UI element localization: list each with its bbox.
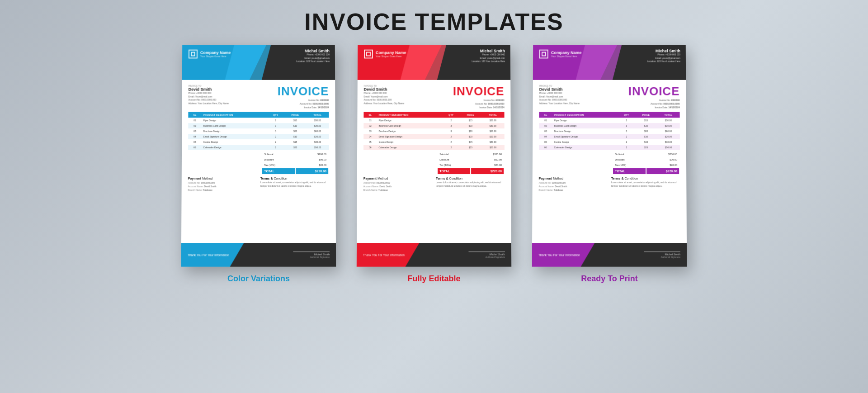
footer-sig-purple: Michel Smith Authored Signature [644, 251, 680, 258]
summary-table-red: Subtotal $200.00 Discount $00.00 Tax (10… [437, 151, 505, 175]
table-header-cell: PRODUCT DESCRIPTION [552, 112, 618, 118]
invoice-to-name-purple: Devid Smith [539, 87, 580, 92]
table-row: 05Invoice Design2$15$30.00 [188, 139, 329, 145]
table-cell: Calenader Design [377, 145, 443, 150]
table-cell: Email Signature Design [202, 134, 267, 139]
terms-text-purple: Lorem dolor sit amet, consectetur adipis… [611, 181, 680, 188]
card-footer-red: Thank You For Your Information Michel Sm… [357, 243, 511, 267]
table-cell: 2 [267, 145, 284, 150]
company-text-block-red: Company Name Your Slogan Goes Here [376, 50, 406, 58]
table-row: 01Flyer Design2$15$30.00 [188, 118, 329, 123]
table-row: 02Business Card Design3$10$30.00 [363, 123, 504, 128]
invoice-title-row-blue: INVOICE TO Devid Smith Phone: +0000 000 … [188, 85, 329, 109]
total-row: TOTAL $220.00 [262, 168, 328, 174]
table-row: 04Email Signature Design2$10$20.00 [363, 134, 505, 139]
card-header-red: Company Name Your Slogan Goes Here Miche… [358, 45, 510, 80]
payment-title-red: Payment Method [363, 177, 432, 180]
template-card-purple: Company Name Your Slogan Goes Here Miche… [532, 45, 687, 267]
summary-section-purple: Subtotal $200.00 Discount $00.00 Tax (10… [539, 151, 680, 175]
payment-method-blue: Payment Method Account No: 00000000000 A… [188, 177, 257, 192]
terms-title-blue: Terms & Condition [260, 177, 329, 180]
invoice-big-title-purple: INVOICE [628, 85, 680, 99]
table-cell: $50.00 [306, 145, 329, 150]
sig-label-purple: Authored Signature [644, 256, 680, 258]
table-cell: 3 [267, 128, 284, 134]
tax-label: Tax (10%) [438, 163, 470, 167]
subtotal-label: Subtotal [262, 152, 294, 156]
table-cell: $30.00 [306, 139, 329, 145]
table-cell: $50.00 [481, 145, 505, 150]
company-text-block-purple: Company Name Your Slogan Goes Here [551, 50, 582, 58]
table-cell: 04 [539, 134, 552, 139]
table-cell: Calenader Design [202, 145, 267, 150]
company-slogan-red: Your Slogan Goes Here [376, 55, 406, 58]
table-cell: $15 [284, 118, 307, 123]
table-header-cell: TOTAL [306, 112, 329, 118]
company-text-block-blue: Company Name Your Slogan Goes Here [200, 50, 231, 58]
table-header-cell: SL [188, 112, 201, 118]
table-cell: $30.00 [481, 123, 505, 128]
total-value: $220.00 [296, 168, 329, 174]
table-cell: 06 [539, 145, 552, 150]
company-logo-box-blue [189, 50, 198, 59]
table-cell: $30.00 [657, 139, 680, 145]
total-label: TOTAL [438, 168, 470, 174]
bottom-section-purple: Payment Method Account No: 00000000000 A… [533, 177, 687, 192]
table-cell: $60.00 [306, 128, 329, 134]
table-header-cell: QTY [267, 112, 284, 118]
terms-title-purple: Terms & Condition [611, 177, 680, 180]
table-cell: $30.00 [481, 118, 505, 123]
table-cell: Invoice Design [377, 139, 443, 145]
discount-row: Discount $00.00 [262, 157, 328, 162]
invoice-to-name-red: Devid Smith [364, 87, 404, 92]
table-cell: 2 [618, 139, 635, 145]
table-header-cell: PRICE [284, 112, 307, 118]
table-cell: Invoice Design [552, 139, 618, 145]
terms-text-blue: Lorem dolor sit amet, consectetur adipis… [260, 181, 329, 188]
subtotal-row: Subtotal $200.00 [613, 152, 679, 156]
table-row: 01Flyer Design2$15$30.00 [363, 118, 504, 123]
invoice-meta-blue: Invoice No: #000000 Account No: 0000,000… [278, 98, 329, 109]
table-row: 05Invoice Design2$15$30.00 [363, 139, 505, 145]
table-row: 06Calenader Design2$25$50.00 [363, 145, 505, 150]
table-cell: 04 [188, 134, 201, 139]
table-cell: 3 [618, 128, 635, 134]
tax-value: $20.00 [296, 163, 329, 167]
template-card-blue: Company Name Your Slogan Goes Here Miche… [181, 45, 336, 267]
table-header-cell: PRODUCT DESCRIPTION [202, 112, 267, 118]
table-cell: $60.00 [657, 128, 680, 134]
invoice-right-red: INVOICE Invoice No: #000000 Account No: … [453, 85, 505, 109]
invoice-to-details-red: Phone: +0000 000 000Email: Youre@mail.co… [364, 92, 405, 105]
company-info-blue: Company Name Your Slogan Goes Here [189, 50, 231, 59]
payment-details-red: Account No: 00000000000 Account Name: De… [363, 181, 432, 192]
subtotal-label: Subtotal [613, 152, 645, 156]
table-cell: $30.00 [481, 139, 505, 145]
templates-row: Company Name Your Slogan Goes Here Miche… [182, 44, 686, 284]
table-cell: 2 [267, 134, 284, 139]
company-slogan-blue: Your Slogan Goes Here [200, 55, 231, 58]
table-cell: $25 [460, 145, 482, 150]
table-cell: 05 [363, 139, 377, 145]
tax-value: $20.00 [471, 163, 504, 167]
discount-value: $00.00 [471, 157, 504, 162]
company-logo-inner-purple [542, 52, 546, 57]
card-body-purple: INVOICE TO Devid Smith Phone: +0000 000 … [533, 80, 686, 175]
total-value: $220.00 [471, 168, 504, 174]
footer-sig-red: Michel Smith Authored Signature [468, 251, 505, 258]
table-row: 03Brochure Design3$20$60.00 [188, 128, 329, 134]
table-cell: $20.00 [306, 134, 329, 139]
table-cell: 2 [443, 145, 460, 150]
table-cell: $10 [460, 134, 482, 139]
card-body-blue: INVOICE TO Devid Smith Phone: +0000 000 … [182, 80, 335, 175]
table-cell: $25 [635, 145, 657, 150]
table-header-cell: QTY [443, 112, 460, 118]
company-logo-box-red [364, 50, 373, 59]
table-cell: $25 [284, 145, 307, 150]
company-logo-inner-red [366, 52, 371, 57]
table-cell: 3 [443, 123, 460, 128]
tax-row: Tax (10%) $20.00 [613, 163, 679, 167]
table-cell: 02 [363, 123, 377, 128]
tax-row: Tax (10%) $20.00 [262, 163, 328, 167]
table-cell: 02 [188, 123, 201, 128]
client-info-header-purple: Michel Smith Phone: +0000 000 000Email: … [647, 49, 680, 63]
